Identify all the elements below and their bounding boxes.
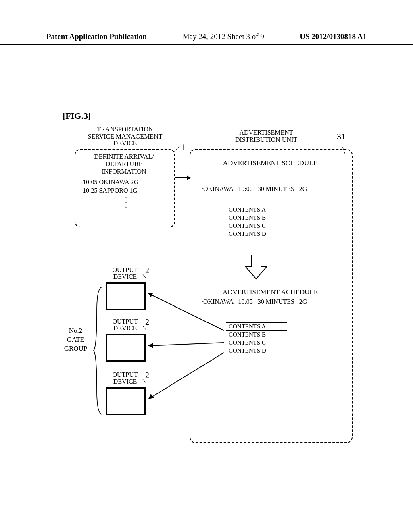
svg-marker-5: [148, 343, 153, 348]
ct1-row-3: CONTENTS D: [226, 230, 287, 238]
ct1-row-0: CONTENTS A: [226, 206, 287, 214]
ct2-row-3: CONTENTS D: [226, 347, 287, 355]
output-label-3: OUTPUT DEVICE: [109, 372, 141, 385]
header-left: Patent Application Publication: [46, 32, 147, 41]
ct1-row-2: CONTENTS C: [226, 222, 287, 230]
ct2-row-1: CONTENTS B: [226, 331, 287, 339]
svg-line-6: [148, 353, 224, 399]
adu-ref: 31: [337, 131, 346, 142]
figure-label-text: [FIG.3]: [63, 111, 91, 121]
output-label-1: OUTPUT DEVICE: [109, 267, 141, 281]
svg-line-4: [148, 343, 224, 346]
ct1-row-1: CONTENTS B: [226, 214, 287, 222]
figure-label: [FIG.3]: [63, 111, 91, 121]
svg-line-2: [148, 293, 224, 330]
arrow-adu-to-output-3: [141, 349, 226, 405]
tsm-dots: ···: [83, 195, 169, 210]
adu-title: ADVERTISEMENT DISTRIBUTION UNIT: [218, 129, 315, 143]
page-header: Patent Application Publication May 24, 2…: [0, 32, 413, 45]
output-screen-1: [106, 282, 146, 310]
schedule1-title: ADVERTISEMENT SCHEDULE: [204, 159, 337, 167]
tsm-row-0: 10:05 OKINAWA 2G: [83, 179, 169, 186]
tsm-rows: 10:05 OKINAWA 2G 10:25 SAPPORO 1G ···: [79, 179, 169, 210]
arrow-adu-to-output-1: [141, 286, 226, 335]
output-label-2: OUTPUT DEVICE: [109, 318, 141, 332]
down-arrow-icon: [244, 254, 268, 282]
tsm-leader: [174, 146, 179, 151]
schedule1-line: ·OKINAWA 10:00 30 MINUTES 2G: [202, 185, 307, 193]
header-right: US 2012/0130818 A1: [300, 32, 367, 41]
contents-table-1: CONTENTS A CONTENTS B CONTENTS C CONTENT…: [226, 206, 287, 238]
arrow-tsm-to-adu: [175, 175, 188, 181]
ct2-row-2: CONTENTS C: [226, 339, 287, 347]
figure-diagram: TRANSPORTATION SERVICE MANAGEMENT DEVICE…: [60, 125, 359, 443]
gate-group-label: No.2 GATE GROUP: [60, 326, 91, 353]
tsm-title: TRANSPORTATION SERVICE MANAGEMENT DEVICE: [85, 126, 165, 147]
output-ref-1: 2: [145, 266, 149, 275]
ct2-row-0: CONTENTS A: [226, 323, 287, 331]
header-mid: May 24, 2012 Sheet 3 of 9: [183, 32, 264, 41]
tsm-ref: 1: [181, 143, 186, 152]
tsm-subtitle: DEFINITE ARRIVAL/ DEPARTURE INFORMATION: [79, 153, 169, 175]
contents-table-2: CONTENTS A CONTENTS B CONTENTS C CONTENT…: [226, 322, 287, 355]
output-screen-3: [106, 387, 146, 415]
gate-brace: [93, 286, 105, 415]
output-screen-2: [106, 334, 146, 362]
tsm-inner: DEFINITE ARRIVAL/ DEPARTURE INFORMATION …: [79, 153, 169, 210]
